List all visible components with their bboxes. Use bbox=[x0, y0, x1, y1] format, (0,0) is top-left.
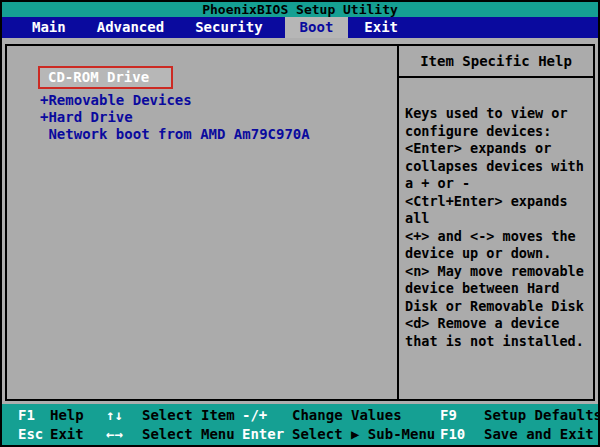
boot-item-network-boot[interactable]: Network boot from AMD Am79C970A bbox=[7, 126, 397, 143]
help-line: <n> May move removable bbox=[405, 263, 591, 281]
menu-bar: Main Advanced Security Boot Exit bbox=[2, 17, 598, 38]
help-line: that is not installed. bbox=[405, 333, 591, 351]
main-area: CD-ROM Drive +Removable Devices +Hard Dr… bbox=[2, 38, 598, 404]
key-hint-row-1: F1 Help ↑↓ Select Item -/+ Change Values… bbox=[2, 406, 598, 425]
item-specific-help-panel: Item Specific Help Keys used to view or … bbox=[397, 46, 593, 399]
help-line: <Ctrl+Enter> expands bbox=[405, 193, 591, 211]
key-minus-plus: -/+ bbox=[242, 406, 292, 425]
tab-main[interactable]: Main bbox=[22, 17, 76, 38]
key-f1: F1 bbox=[18, 406, 50, 425]
help-line: Keys used to view or bbox=[405, 105, 591, 123]
key-updown-icon: ↑↓ bbox=[106, 406, 142, 425]
help-panel-text: Keys used to view or configure devices: … bbox=[399, 78, 593, 399]
tab-security[interactable]: Security bbox=[185, 17, 272, 38]
content-box: CD-ROM Drive +Removable Devices +Hard Dr… bbox=[5, 44, 595, 401]
tab-boot[interactable]: Boot bbox=[285, 17, 349, 38]
help-line: a + or - bbox=[405, 175, 591, 193]
help-line: <d> Remove a device bbox=[405, 315, 591, 333]
key-hint-row-2: Esc Exit ←→ Select Menu Enter Select ▶ S… bbox=[2, 425, 598, 444]
help-line: device between Hard bbox=[405, 280, 591, 298]
key-leftright-label: Select Menu bbox=[142, 425, 242, 444]
key-f9-label: Setup Defaults bbox=[484, 406, 600, 425]
boot-item-hard-drive[interactable]: +Hard Drive bbox=[7, 109, 397, 126]
help-line: all bbox=[405, 210, 591, 228]
help-line: device up or down. bbox=[405, 245, 591, 263]
key-f9: F9 bbox=[440, 406, 484, 425]
help-line: <Enter> expands or bbox=[405, 140, 591, 158]
boot-item-cdrom-row: CD-ROM Drive bbox=[38, 66, 397, 89]
tab-advanced[interactable]: Advanced bbox=[87, 17, 174, 38]
window-title: PhoenixBIOS Setup Utility bbox=[2, 2, 598, 17]
key-esc: Esc bbox=[18, 425, 50, 444]
help-line: collapses devices with bbox=[405, 158, 591, 176]
key-f10-label: Save and Exit bbox=[484, 425, 598, 444]
boot-item-removable-devices[interactable]: +Removable Devices bbox=[7, 92, 397, 109]
help-line: configure devices: bbox=[405, 123, 591, 141]
key-hint-bar: F1 Help ↑↓ Select Item -/+ Change Values… bbox=[2, 404, 598, 445]
key-leftright-icon: ←→ bbox=[106, 425, 142, 444]
key-enter-label: Select ▶ Sub-Menu bbox=[292, 425, 440, 444]
tab-exit[interactable]: Exit bbox=[354, 17, 408, 38]
bios-screen: PhoenixBIOS Setup Utility Main Advanced … bbox=[0, 0, 600, 447]
key-f1-label: Help bbox=[50, 406, 106, 425]
boot-item-cdrom[interactable]: CD-ROM Drive bbox=[38, 66, 173, 89]
key-minus-plus-label: Change Values bbox=[292, 406, 440, 425]
help-line: <+> and <-> moves the bbox=[405, 228, 591, 246]
key-esc-label: Exit bbox=[50, 425, 106, 444]
key-enter: Enter bbox=[242, 425, 292, 444]
key-f10: F10 bbox=[440, 425, 484, 444]
boot-order-list: CD-ROM Drive +Removable Devices +Hard Dr… bbox=[7, 46, 397, 399]
key-updown-label: Select Item bbox=[142, 406, 242, 425]
help-panel-title: Item Specific Help bbox=[399, 46, 593, 78]
help-line: Disk or Removable Disk bbox=[405, 298, 591, 316]
